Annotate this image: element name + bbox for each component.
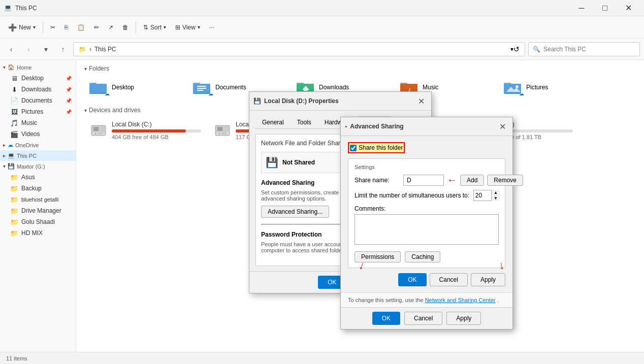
advanced-sharing-button[interactable]: Advanced Sharing...: [261, 206, 329, 218]
sidebar-group-maxtor[interactable]: ▾ 💾 Maxtor (G:): [0, 161, 76, 172]
spinner-down-button[interactable]: ▼: [492, 195, 500, 201]
sidebar-maxtor-sub: 📁 Asus 📁 Backup 📁 bluehost getalli 📁 Dri…: [0, 172, 76, 239]
search-input[interactable]: [543, 46, 635, 53]
folder-label-pictures: Pictures: [526, 84, 548, 91]
tab-tools[interactable]: Tools: [291, 116, 318, 128]
separator-2: [136, 21, 136, 34]
folder-item-pictures[interactable]: ☁ Pictures: [499, 76, 600, 98]
sidebar-item-golu[interactable]: 📁 Golu Shaadi: [4, 216, 76, 227]
close-button[interactable]: ✕: [617, 0, 640, 16]
new-label: New: [19, 24, 31, 31]
sidebar-group-this-pc[interactable]: ▸ 💻 This PC: [0, 150, 76, 161]
adv-footer-apply-button[interactable]: Apply: [446, 312, 481, 325]
svg-rect-2: [89, 84, 107, 93]
adv-sharing-title-bar: ▪ Advanced Sharing ✕: [341, 117, 512, 136]
forward-button[interactable]: ›: [21, 42, 36, 56]
adv-footer-cancel-button[interactable]: Cancel: [404, 312, 442, 325]
sort-chevron: ▾: [164, 24, 166, 30]
rename-button[interactable]: ✏: [90, 19, 103, 36]
devices-expand-icon: ▾: [84, 108, 87, 113]
users-limit-input[interactable]: [474, 192, 491, 199]
delete-button[interactable]: 🗑: [118, 19, 133, 36]
view-button[interactable]: ⊞ View ▾: [171, 19, 204, 36]
sidebar-item-downloads[interactable]: ⬇ Downloads 📌: [4, 84, 76, 95]
more-button[interactable]: ···: [205, 19, 218, 36]
path-text: ›: [89, 46, 91, 53]
cut-button[interactable]: ✂: [46, 19, 59, 36]
copy-button[interactable]: ⎘: [60, 19, 72, 36]
disk-icon-c: [89, 121, 108, 140]
share-button[interactable]: ↗: [104, 19, 117, 36]
up-button[interactable]: ↑: [56, 42, 70, 56]
refresh-button[interactable]: ↺: [513, 45, 520, 53]
minimize-button[interactable]: ─: [570, 0, 593, 16]
adv-apply-button[interactable]: Apply: [471, 273, 505, 286]
sidebar-drive-manager-label: Drive Manager: [21, 207, 61, 214]
svg-point-30: [219, 133, 220, 135]
svg-point-22: [516, 85, 519, 88]
disk-c-name: Local Disk (C:): [112, 121, 201, 128]
spinner-up-button[interactable]: ▲: [492, 190, 500, 195]
folders-section-header[interactable]: ▾ Folders: [84, 65, 636, 72]
sidebar-item-hd-mix[interactable]: 📁 HD MIX: [4, 227, 76, 239]
address-path[interactable]: 📁 › This PC ▾ ↺: [73, 42, 525, 56]
disk-share-icon: 💾: [266, 156, 278, 169]
more-label: ···: [209, 24, 214, 31]
network-hint-text: To change this setting, use the: [348, 297, 425, 303]
tab-general[interactable]: General: [255, 116, 291, 128]
sidebar-item-desktop[interactable]: 🖥 Desktop 📌: [4, 73, 76, 84]
comments-label: Comments:: [355, 205, 499, 212]
caching-button[interactable]: Caching: [405, 251, 440, 262]
properties-close-button[interactable]: ✕: [415, 95, 427, 107]
share-folder-checkbox-container[interactable]: Share this folder: [348, 142, 405, 153]
status-bar: 11 items: [0, 352, 644, 364]
limit-users-row: Limit the number of simultaneous users t…: [355, 190, 499, 201]
spinner-controls: ▲ ▼: [491, 190, 500, 201]
window-icon: 💻: [4, 4, 12, 12]
window-title: This PC: [15, 5, 570, 12]
properties-title-icon: 💾: [253, 97, 261, 105]
sidebar-group-home[interactable]: ▾ 🏠 Home: [0, 62, 76, 73]
share-folder-checkbox[interactable]: [350, 145, 357, 151]
svg-rect-26: [98, 133, 103, 134]
videos-icon: 🎬: [10, 130, 18, 138]
new-button[interactable]: ➕ New ▾: [4, 19, 40, 36]
network-sharing-center-link[interactable]: Network and Sharing Center: [425, 297, 496, 303]
sidebar-item-asus[interactable]: 📁 Asus: [4, 172, 76, 183]
this-pc-expand-icon: ▸: [3, 153, 6, 158]
add-share-button[interactable]: Add: [460, 175, 484, 186]
pin-icon-downloads: 📌: [66, 87, 72, 92]
disk-item-c[interactable]: Local Disk (C:) 404 GB free of 484 GB: [84, 118, 206, 143]
adv-ok-button[interactable]: OK: [398, 273, 426, 286]
paste-icon: 📋: [77, 24, 85, 31]
sidebar-group-onedrive[interactable]: ▸ ☁ OneDrive: [0, 140, 76, 150]
sidebar-item-documents[interactable]: 📄 Documents 📌: [4, 95, 76, 106]
desktop-icon: 🖥: [10, 75, 18, 82]
sidebar-item-music[interactable]: 🎵 Music: [4, 117, 76, 128]
share-icon: ↗: [108, 24, 113, 31]
folder-item-desktop[interactable]: ☁ Desktop: [84, 76, 186, 98]
paste-button[interactable]: 📋: [73, 19, 89, 36]
sidebar-videos-label: Videos: [21, 130, 40, 138]
remove-share-button[interactable]: Remove: [487, 175, 523, 186]
sidebar-item-videos[interactable]: 🎬 Videos: [4, 128, 76, 140]
sidebar-item-pictures[interactable]: 🖼 Pictures 📌: [4, 106, 76, 117]
adv-sharing-close-button[interactable]: ✕: [496, 120, 508, 133]
adv-footer-ok-button[interactable]: OK: [372, 312, 400, 325]
adv-cancel-button[interactable]: Cancel: [430, 273, 468, 286]
sort-button[interactable]: ⇅ Sort ▾: [139, 19, 170, 36]
sidebar-item-backup[interactable]: 📁 Backup: [4, 183, 76, 194]
adv-sharing-title-text: Advanced Sharing: [350, 123, 493, 130]
back-button[interactable]: ‹: [4, 42, 18, 56]
maximize-button[interactable]: □: [593, 0, 617, 16]
sidebar-item-bluehost[interactable]: 📁 bluehost getalli: [4, 194, 76, 205]
sidebar-item-drive-manager[interactable]: 📁 Drive Manager: [4, 205, 76, 216]
network-hint-text2: .: [497, 297, 499, 303]
search-box[interactable]: 🔍: [528, 42, 640, 56]
comments-textarea[interactable]: [355, 214, 499, 245]
sharing-status-label: Not Shared: [282, 159, 315, 166]
rename-icon: ✏: [94, 24, 99, 31]
users-limit-spinner[interactable]: ▲ ▼: [473, 190, 499, 201]
share-name-input[interactable]: [403, 175, 444, 186]
recent-button[interactable]: ▾: [39, 42, 53, 56]
